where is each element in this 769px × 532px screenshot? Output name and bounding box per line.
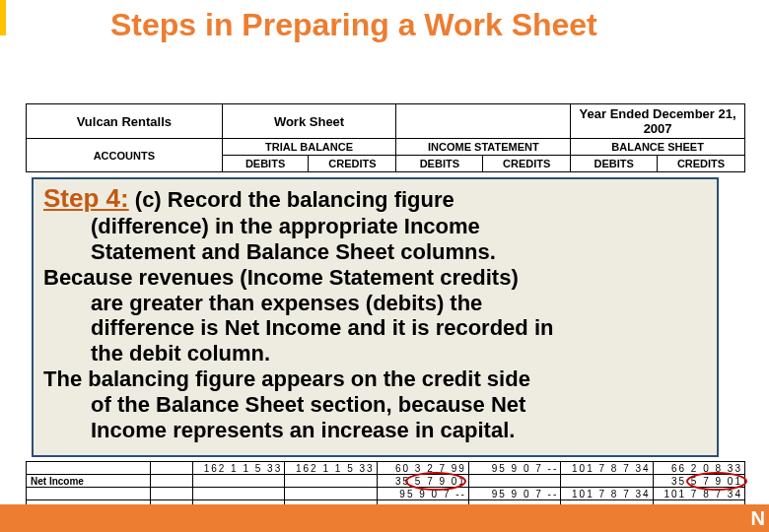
is-credit: CREDITS bbox=[483, 156, 571, 172]
col-trial: TRIAL BALANCE bbox=[222, 139, 396, 156]
doc-title: Work Sheet bbox=[222, 104, 396, 139]
tb-credit: CREDITS bbox=[309, 156, 396, 172]
step-line7: The balancing figure appears on the cred… bbox=[43, 366, 530, 391]
accounts-label: ACCOUNTS bbox=[27, 139, 223, 172]
step-line0: (c) Record the balancing figure bbox=[135, 187, 454, 212]
step-line6: the debit column. bbox=[43, 341, 707, 366]
step-line4: are greater than expenses (debits) the bbox=[43, 291, 707, 316]
slide-title: Steps in Preparing a Work Sheet bbox=[110, 8, 597, 42]
step-label: Step 4: bbox=[43, 183, 129, 213]
period-end: Year Ended December 21, 2007 bbox=[571, 104, 745, 139]
company-name: Vulcan Rentalls bbox=[27, 104, 223, 139]
accent-bar bbox=[0, 0, 6, 35]
period bbox=[396, 104, 571, 139]
step-line3: Because revenues (Income Statement credi… bbox=[43, 265, 519, 290]
highlight-ellipse-2 bbox=[686, 472, 747, 491]
footer-letter: N bbox=[751, 507, 765, 530]
footer-bar bbox=[0, 504, 769, 532]
step-line9: Income represents an increase in capital… bbox=[43, 418, 707, 443]
worksheet-header: Vulcan Rentalls Work Sheet Year Ended De… bbox=[26, 103, 745, 172]
step-callout: Step 4: (c) Record the balancing figure … bbox=[32, 177, 719, 457]
step-line1: (difference) in the appropriate Income bbox=[43, 214, 707, 239]
step-line2: Statement and Balance Sheet columns. bbox=[43, 239, 707, 265]
highlight-ellipse-1 bbox=[405, 472, 466, 491]
is-debit: DEBITS bbox=[396, 156, 483, 172]
tb-debit: DEBITS bbox=[222, 156, 309, 172]
net-income-label: Net Income bbox=[27, 475, 151, 488]
step-line8: of the Balance Sheet section, because Ne… bbox=[43, 392, 707, 418]
step-line5: difference is Net Income and it is recor… bbox=[43, 315, 707, 341]
bs-credit: CREDITS bbox=[658, 156, 745, 172]
col-income: INCOME STATEMENT bbox=[396, 139, 571, 156]
bs-debit: DEBITS bbox=[571, 156, 658, 172]
col-balance: BALANCE SHEET bbox=[571, 139, 745, 156]
